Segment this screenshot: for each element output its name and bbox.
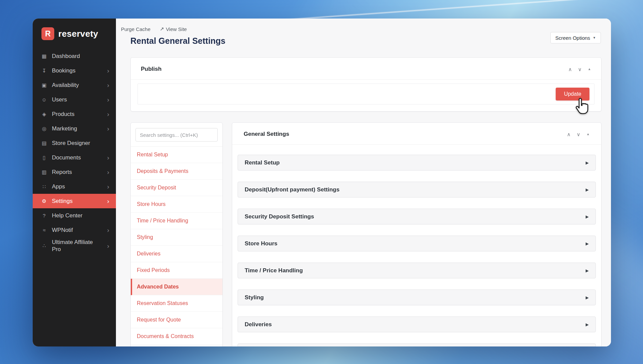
settings-nav-item[interactable]: Deposits & Payments [131, 163, 222, 180]
purge-cache-link[interactable]: Purge Cache [121, 26, 151, 32]
sliders-icon: ⚙ [41, 198, 48, 204]
publish-panel-title: Publish [141, 66, 161, 72]
documents-icon: ▯ [41, 155, 48, 161]
settings-nav-item[interactable]: Time / Price Handling [131, 213, 222, 229]
publish-panel-body: Update [131, 80, 601, 111]
chevron-right-icon: › [107, 111, 109, 117]
accordion-row[interactable]: Security Deposit Settings ▶ [238, 209, 596, 224]
settings-nav-item[interactable]: Store Hours [131, 196, 222, 213]
settings-nav-item[interactable]: Styling [131, 229, 222, 246]
sidebar-item[interactable]: ? Help Center › [33, 208, 116, 223]
publish-panel: Publish ∧ ∨ ▲ Update [130, 57, 602, 112]
settings-nav-list: Rental Setup Deposits & Payments Securit… [131, 146, 222, 345]
accordion-list: Rental Setup ▶ Deposit(Upfront payment) … [232, 145, 601, 332]
chevron-right-icon: › [107, 183, 109, 190]
chevron-right-icon: › [107, 243, 109, 249]
move-down-icon[interactable]: ∨ [578, 67, 582, 72]
accordion-row[interactable]: Deliveries ▶ [238, 316, 596, 332]
sidebar-item[interactable]: ▯ Documents › [33, 150, 116, 165]
accordion-row[interactable]: Rental Setup ▶ [238, 155, 596, 171]
settings-search-wrap [131, 123, 222, 146]
settings-nav-item[interactable]: Request for Quote [131, 312, 222, 328]
reports-icon: ▥ [41, 169, 48, 175]
general-settings-panel: General Settings ∧ ∨ ▲ Rental Setup ▶ [232, 122, 602, 346]
sidebar-item[interactable]: ≈ WPNotif › [33, 223, 116, 237]
sidebar-item[interactable]: ◈ Products › [33, 107, 116, 121]
external-link-icon: ↗ [160, 26, 164, 32]
chevron-right-icon: › [107, 82, 109, 88]
expand-arrow-icon: ▶ [586, 241, 589, 246]
sidebar-item[interactable]: ☺ Users › [33, 92, 116, 107]
expand-arrow-icon: ▶ [586, 214, 589, 219]
wpnotif-icon: ≈ [41, 227, 48, 233]
chevron-right-icon: › [107, 154, 109, 161]
publish-panel-header: Publish ∧ ∨ ▲ [131, 58, 601, 80]
sidebar-menu: ▦ Dashboard › ↧ Bookings › ▣ Availabilit… [33, 49, 116, 254]
apps-icon: ∷ [41, 184, 48, 190]
collapse-panel-icon[interactable]: ▲ [586, 132, 590, 136]
chevron-right-icon: › [107, 227, 109, 233]
chevron-right-icon: › [107, 125, 109, 132]
sidebar-item[interactable]: ∷ Apps › [33, 179, 116, 194]
bookings-icon: ↧ [41, 68, 48, 74]
settings-nav-item[interactable]: Documents & Contracts [131, 328, 222, 345]
sidebar: R reservety ▦ Dashboard › ↧ Bookings › ▣ [33, 19, 116, 346]
accordion-row[interactable]: Store Hours ▶ [238, 236, 596, 251]
chevron-right-icon: › [107, 198, 109, 204]
mouse-cursor-hand [572, 97, 591, 116]
caret-down-icon: ▼ [593, 36, 596, 39]
accordion-row[interactable]: Deposit(Upfront payment) Settings ▶ [238, 182, 596, 198]
settings-nav-item[interactable]: Rental Setup [131, 147, 222, 163]
calendar-icon: ▣ [41, 82, 48, 88]
sidebar-item[interactable]: ▤ Store Designer › [33, 136, 116, 150]
move-up-icon[interactable]: ∧ [568, 67, 572, 72]
app-window: R reservety ▦ Dashboard › ↧ Bookings › ▣ [33, 19, 611, 346]
expand-arrow-icon: ▶ [586, 268, 589, 273]
sidebar-item[interactable]: ▥ Reports › [33, 165, 116, 179]
reservety-logo-icon: R [41, 27, 54, 40]
general-settings-header: General Settings ∧ ∨ ▲ [232, 123, 601, 145]
user-icon: ☺ [41, 97, 48, 102]
panel-controls: ∧ ∨ ▲ [567, 132, 590, 137]
settings-nav-item[interactable]: Security Deposit [131, 180, 222, 196]
store-designer-icon: ▤ [41, 140, 48, 146]
affiliate-icon: ∴ [41, 243, 48, 249]
sidebar-item[interactable]: ◎ Marketing › [33, 121, 116, 136]
dashboard-icon: ▦ [41, 53, 48, 59]
publish-action-row: Update [137, 84, 594, 104]
sidebar-item[interactable]: ▦ Dashboard › [33, 49, 116, 63]
settings-nav-panel: Rental Setup Deposits & Payments Securit… [130, 122, 223, 346]
expand-arrow-icon: ▶ [586, 187, 589, 192]
expand-arrow-icon: ▶ [586, 322, 589, 327]
products-icon: ◈ [41, 111, 48, 117]
settings-search-input[interactable] [135, 128, 218, 142]
expand-arrow-icon: ▶ [586, 160, 589, 165]
expand-arrow-icon: ▶ [586, 295, 589, 300]
accordion-row-partial[interactable] [238, 343, 596, 346]
settings-nav-item[interactable]: Advanced Dates [131, 279, 222, 295]
sidebar-item[interactable]: ∴ Ultimate Affiliate Pro › [33, 237, 116, 254]
main-content: Purge Cache ↗ View Site Screen Options ▼… [116, 19, 611, 346]
reservety-logo[interactable]: R reservety [41, 27, 116, 40]
sidebar-item[interactable]: ↧ Bookings › [33, 63, 116, 78]
chevron-right-icon: › [107, 169, 109, 175]
admin-toolbar: Purge Cache ↗ View Site [121, 26, 611, 32]
sidebar-item[interactable]: ▣ Availability › [33, 78, 116, 92]
settings-nav-item[interactable]: Reservation Statuses [131, 295, 222, 312]
settings-nav-item[interactable]: Deliveries [131, 246, 222, 262]
chevron-right-icon: › [107, 96, 109, 103]
marketing-icon: ◎ [41, 126, 48, 132]
view-site-link[interactable]: ↗ View Site [160, 26, 187, 32]
screen-options-button[interactable]: Screen Options ▼ [550, 32, 601, 43]
move-down-icon[interactable]: ∨ [577, 132, 580, 137]
panel-controls: ∧ ∨ ▲ [568, 67, 591, 72]
accordion-row[interactable]: Time / Price Handling ▶ [238, 263, 596, 278]
page-title: Rental General Settings [130, 36, 611, 46]
help-icon: ? [41, 213, 48, 218]
move-up-icon[interactable]: ∧ [567, 132, 571, 137]
sidebar-item[interactable]: ⚙ Settings › [33, 194, 116, 208]
accordion-row[interactable]: Styling ▶ [238, 290, 596, 305]
chevron-right-icon: › [107, 67, 109, 74]
settings-nav-item[interactable]: Fixed Periods [131, 262, 222, 279]
collapse-panel-icon[interactable]: ▲ [588, 67, 591, 71]
